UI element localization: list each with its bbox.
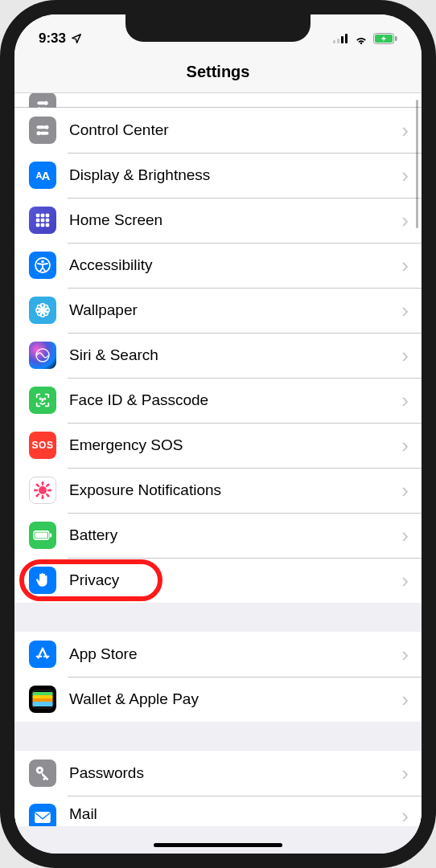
chevron-right-icon: › [401, 210, 409, 231]
svg-point-37 [44, 398, 45, 399]
svg-point-52 [47, 495, 50, 497]
flower-icon [29, 297, 56, 324]
row-accessibility[interactable]: Accessibility › [14, 243, 422, 288]
row-emergency-sos[interactable]: SOS Emergency SOS › [14, 423, 422, 468]
row-label: Display & Brightness [69, 166, 401, 184]
hand-raised-icon [29, 567, 56, 594]
svg-rect-18 [36, 219, 40, 223]
chevron-right-icon: › [401, 435, 409, 456]
svg-rect-0 [333, 40, 335, 43]
svg-point-64 [39, 769, 41, 772]
row-label: Privacy [69, 571, 401, 589]
svg-rect-19 [41, 219, 45, 223]
chevron-right-icon: › [401, 570, 409, 591]
cellular-signal-icon [333, 34, 349, 43]
page-title-bar: Settings [14, 51, 422, 93]
text-size-icon: AA [29, 162, 56, 189]
svg-rect-13 [40, 132, 49, 135]
face-id-icon [29, 387, 56, 414]
key-icon [29, 760, 56, 787]
mail-icon [29, 804, 56, 826]
row-label: Control Center [69, 121, 401, 139]
battery-charging-icon [373, 33, 397, 44]
svg-rect-17 [46, 214, 50, 218]
svg-rect-21 [36, 223, 40, 227]
row-label: Accessibility [69, 256, 401, 274]
svg-rect-11 [37, 125, 46, 129]
chevron-right-icon: › [401, 763, 409, 784]
svg-point-14 [37, 131, 41, 135]
row-label: Wallet & Apple Pay [69, 690, 401, 708]
row-mail[interactable]: Mail › [14, 796, 422, 826]
svg-point-47 [42, 481, 44, 484]
svg-rect-1 [337, 39, 339, 43]
row-label: Wallpaper [69, 301, 401, 319]
app-grid-icon [29, 207, 56, 234]
exposure-covid-icon [29, 477, 56, 504]
chevron-right-icon: › [401, 120, 409, 141]
group-separator [14, 603, 422, 632]
chevron-right-icon: › [401, 525, 409, 546]
status-time: 9:33 [39, 31, 66, 47]
row-wallet-apple-pay[interactable]: Wallet & Apple Pay › [14, 677, 422, 722]
chevron-right-icon: › [401, 345, 409, 366]
row-wallpaper[interactable]: Wallpaper › [14, 288, 422, 333]
svg-point-38 [39, 486, 47, 494]
scrollbar-thumb[interactable] [416, 100, 418, 228]
svg-point-36 [40, 398, 41, 399]
settings-list[interactable]: Control Center › AA Display & Brightness… [14, 93, 422, 854]
notch [125, 14, 311, 42]
row-label: Mail [69, 805, 401, 823]
chevron-right-icon: › [401, 805, 409, 826]
svg-rect-3 [345, 34, 348, 43]
siri-icon [29, 342, 56, 369]
row-app-store[interactable]: App Store › [14, 632, 422, 677]
svg-point-53 [36, 495, 39, 497]
home-indicator[interactable] [154, 843, 282, 847]
row-display-brightness[interactable]: AA Display & Brightness › [14, 153, 422, 198]
svg-rect-15 [36, 214, 40, 218]
row-siri-search[interactable]: Siri & Search › [14, 333, 422, 378]
row-passwords[interactable]: Passwords › [14, 751, 422, 796]
page-title: Settings [187, 63, 250, 81]
row-label: Face ID & Passcode [69, 391, 401, 409]
row-label: Siri & Search [69, 346, 401, 364]
svg-rect-56 [35, 533, 47, 538]
svg-rect-61 [32, 702, 53, 706]
svg-point-51 [36, 484, 39, 486]
row-label: Home Screen [69, 211, 401, 229]
row-label: Battery [69, 526, 401, 544]
row-face-id-passcode[interactable]: Face ID & Passcode › [14, 378, 422, 423]
svg-rect-57 [50, 533, 51, 537]
svg-rect-20 [46, 219, 50, 223]
row-privacy[interactable]: Privacy › [14, 558, 422, 603]
row-control-center[interactable]: Control Center › [14, 108, 422, 153]
row-exposure-notifications[interactable]: Exposure Notifications › [14, 468, 422, 513]
toggles-icon [29, 117, 56, 144]
svg-point-54 [47, 484, 50, 486]
svg-rect-65 [35, 812, 51, 823]
wallet-icon [29, 686, 56, 713]
svg-point-50 [49, 489, 51, 492]
svg-point-25 [41, 260, 44, 264]
location-arrow-icon [71, 33, 82, 44]
chevron-right-icon: › [401, 255, 409, 276]
svg-rect-23 [46, 223, 50, 227]
row-label: Emergency SOS [69, 436, 401, 454]
svg-rect-2 [341, 36, 343, 43]
group-separator [14, 722, 422, 751]
row-home-screen[interactable]: Home Screen › [14, 198, 422, 243]
chevron-right-icon: › [401, 390, 409, 411]
sos-icon: SOS [29, 432, 56, 459]
svg-rect-22 [41, 223, 45, 227]
row-battery[interactable]: Battery › [14, 513, 422, 558]
row-partial-above [14, 93, 422, 108]
svg-point-8 [44, 101, 48, 105]
row-label: Exposure Notifications [69, 481, 401, 499]
app-store-icon [29, 641, 56, 668]
chevron-right-icon: › [401, 300, 409, 321]
wifi-icon [354, 34, 368, 44]
svg-rect-16 [41, 214, 45, 218]
chevron-right-icon: › [401, 689, 409, 710]
chevron-right-icon: › [401, 165, 409, 186]
